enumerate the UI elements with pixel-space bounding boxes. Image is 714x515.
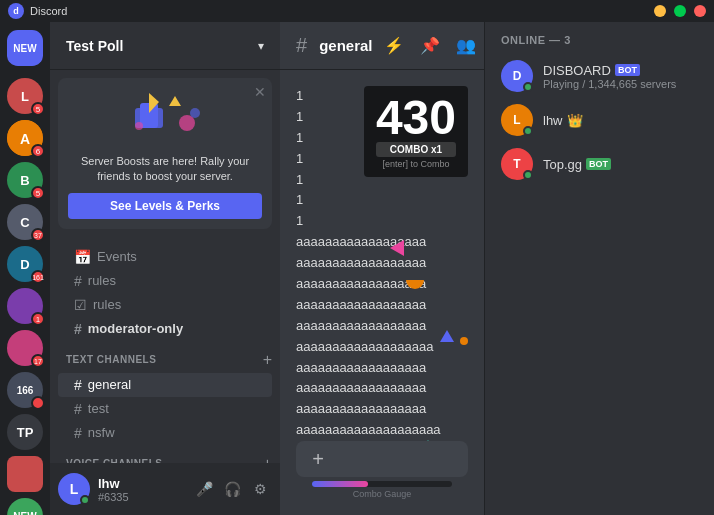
channel-sidebar: Test Poll ▾ ✕ Server Boost — [50, 22, 280, 515]
boost-close-button[interactable]: ✕ — [254, 84, 266, 100]
maximize-button[interactable]: □ — [674, 5, 686, 17]
close-button[interactable]: ✕ — [694, 5, 706, 17]
user-avatar-wrapper: L — [58, 473, 90, 505]
message-7: 1 — [280, 211, 484, 232]
right-sidebar: ONLINE — 3 D DISBOARD BOT Playing / 1,34… — [484, 22, 714, 515]
sw6: D 161 — [7, 246, 43, 282]
message-6: 1 — [280, 190, 484, 211]
disboard-status — [523, 82, 533, 92]
check-icon-rules2: ☑ — [74, 297, 87, 313]
members-icon[interactable]: 👥 — [456, 36, 476, 55]
lhw-name-row: lhw 👑 — [543, 113, 698, 128]
server-icon-new[interactable]: NEW — [7, 30, 43, 66]
server-badge-7: 1 — [31, 312, 45, 326]
channel-header: # general ⚡ 📌 👥 Search 🔍 📥 ❓ — [280, 22, 484, 70]
voice-channels-add-icon[interactable]: + — [263, 455, 272, 463]
member-item-lhw[interactable]: L lhw 👑 — [489, 98, 710, 142]
channel-item-general[interactable]: # general 👤 ⚙ — [58, 373, 272, 397]
sw8: 17 — [7, 330, 43, 366]
combo-label: COMBO x1 — [376, 142, 456, 157]
disboard-name: DISBOARD — [543, 63, 611, 78]
deafen-button[interactable]: 🎧 — [220, 477, 244, 501]
server-header[interactable]: Test Poll ▾ — [50, 22, 280, 70]
channel-item-moderator-only[interactable]: # moderator-only — [58, 317, 272, 341]
settings-icon[interactable]: ⚙ — [253, 378, 264, 392]
input-area: + 🎁 GIF 🗒️ 😊 Combo Gauge — [280, 441, 484, 515]
user-status-indicator — [80, 495, 90, 505]
member-item-topgg[interactable]: T Top.gg BOT — [489, 142, 710, 186]
msg-a6: aaaaaaaaaaaaaaaaaaa — [280, 337, 484, 358]
msg-a4: aaaaaaaaaaaaaaaaaa — [280, 295, 484, 316]
combo-number: 430 — [376, 94, 456, 142]
message-input-wrapper: + 🎁 GIF 🗒️ 😊 — [296, 441, 468, 477]
app-body: NEW L 5 A 6 B 5 C 37 D 161 1 — [0, 22, 714, 515]
message-group-2: aaaaaaaaaaaaaaaaaa aaaaaaaaaaaaaaaaaa aa… — [280, 232, 484, 441]
channel-item-events[interactable]: 📅 Events — [58, 245, 272, 269]
boost-icon-area — [125, 88, 205, 148]
topgg-name-row: Top.gg BOT — [543, 157, 698, 172]
sw3: A 6 — [7, 120, 43, 156]
member-item-disboard[interactable]: D DISBOARD BOT Playing / 1,344,665 serve… — [489, 54, 710, 98]
titlebar-left: d Discord — [8, 3, 67, 19]
msg-a10: aaaaaaaaaaaaaaaaaaaa — [280, 420, 484, 441]
user-info: lhw #6335 — [98, 476, 184, 503]
text-channels-add-icon[interactable]: + — [263, 351, 272, 369]
pin-icon[interactable]: 📌 — [420, 36, 440, 55]
mute-button[interactable]: 🎤 — [192, 477, 216, 501]
message-input[interactable] — [336, 441, 484, 477]
text-channels-category[interactable]: TEXT CHANNELS + — [50, 345, 280, 373]
voice-channels-category[interactable]: VOICE CHANNELS + — [50, 449, 280, 463]
lhw-name: lhw — [543, 113, 563, 128]
msg-a9: aaaaaaaaaaaaaaaaaa — [280, 399, 484, 420]
msg-a7: aaaaaaaaaaaaaaaaaa — [280, 358, 484, 379]
channel-item-nsfw[interactable]: # nsfw — [58, 421, 272, 445]
user-settings-button[interactable]: ⚙ — [248, 477, 272, 501]
sw5: C 37 — [7, 204, 43, 240]
server-icon-10[interactable]: TP — [7, 414, 43, 450]
titlebar: d Discord – □ ✕ — [0, 0, 714, 22]
add-message-button[interactable]: + — [300, 441, 336, 477]
hash-icon-general: # — [74, 377, 82, 393]
channel-item-test[interactable]: # test — [58, 397, 272, 421]
hash-icon-rules1: # — [74, 273, 82, 289]
msg-a2: aaaaaaaaaaaaaaaaaa — [280, 253, 484, 274]
svg-point-7 — [190, 108, 200, 118]
window-controls: – □ ✕ — [654, 5, 706, 17]
boost-button[interactable]: See Levels & Perks — [68, 193, 262, 219]
svg-text:A: A — [20, 131, 30, 147]
server-badge-9 — [31, 396, 45, 410]
sw11 — [7, 456, 43, 492]
minimize-button[interactable]: – — [654, 5, 666, 17]
channel-item-rules1[interactable]: # rules — [58, 269, 272, 293]
topgg-bot-tag: BOT — [586, 158, 611, 170]
server-badge-6: 161 — [31, 270, 45, 284]
server-icon-11[interactable] — [7, 456, 43, 492]
server-badge-2: 5 — [31, 102, 45, 116]
boost-banner: ✕ Server Boosts are here! Rally your fri… — [58, 78, 272, 229]
sw2: L 5 — [7, 78, 43, 114]
channel-header-actions: ⚡ 📌 👥 Search 🔍 📥 ❓ — [384, 34, 484, 58]
topgg-status — [523, 170, 533, 180]
sw9: 166 — [7, 372, 43, 408]
user-controls: 🎤 🎧 ⚙ — [192, 477, 272, 501]
combo-gauge-fill — [312, 481, 368, 487]
channel-header-name: general — [319, 37, 372, 54]
svg-point-8 — [135, 122, 143, 130]
threads-icon[interactable]: ⚡ — [384, 36, 404, 55]
user-name: lhw — [98, 476, 184, 491]
topgg-avatar-wrap: T — [501, 148, 533, 180]
channel-item-rules2[interactable]: ☑ rules — [58, 293, 272, 317]
disboard-avatar-wrap: D — [501, 60, 533, 92]
sw4: B 5 — [7, 162, 43, 198]
channel-name-rules1: rules — [88, 273, 264, 288]
voice-channels-section: VOICE CHANNELS + 🔊 General — [50, 449, 280, 463]
channel-list: 📅 Events # rules ☑ rules # moderator-onl… — [50, 237, 280, 463]
server-badge-3: 6 — [31, 144, 45, 158]
user-panel: L lhw #6335 🎤 🎧 ⚙ — [50, 463, 280, 515]
server-badge-8: 17 — [31, 354, 45, 368]
server-icon-12[interactable]: NEW — [7, 498, 43, 515]
topgg-name: Top.gg — [543, 157, 582, 172]
invite-icon[interactable]: 👤 — [234, 378, 249, 392]
combo-gauge-label: Combo Gauge — [296, 489, 468, 499]
hash-icon-test: # — [74, 401, 82, 417]
